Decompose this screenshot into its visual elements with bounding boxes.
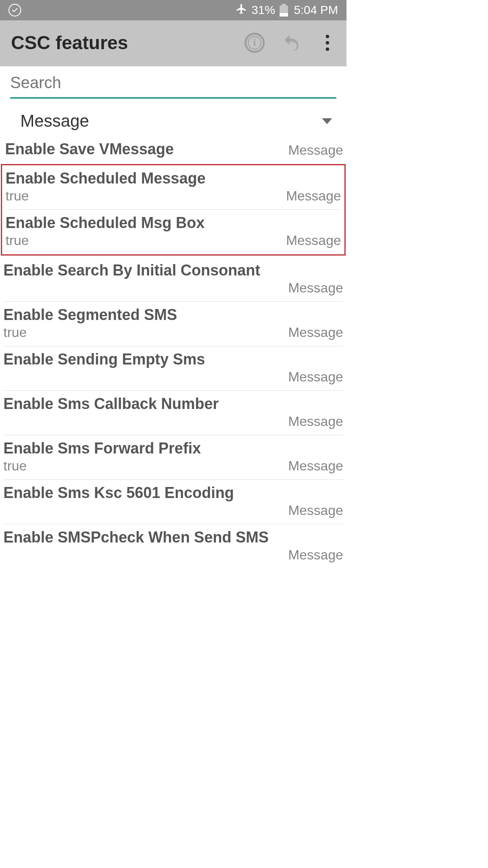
info-icon: i [244, 33, 265, 53]
feature-list[interactable]: Enable Save VMessage Message Enable Sche… [0, 142, 347, 569]
status-time: 5:04 PM [294, 3, 338, 17]
app-bar: CSC features i [0, 20, 347, 66]
item-title: Enable SMSPcheck When Send SMS [3, 529, 343, 546]
airplane-mode-icon [236, 3, 247, 18]
battery-percentage: 31% [252, 3, 275, 17]
status-right: 31% 5:04 PM [236, 3, 338, 18]
list-item[interactable]: Enable SMSPcheck When Send SMS Message [0, 524, 347, 569]
dot-icon [326, 41, 329, 45]
item-category: Message [288, 414, 343, 429]
item-category: Message [286, 188, 341, 204]
item-title: Enable Scheduled Msg Box [6, 214, 341, 232]
category-dropdown[interactable]: Message [0, 99, 347, 142]
item-title: Enable Sms Ksc 5601 Encoding [3, 484, 343, 502]
back-button[interactable] [280, 32, 302, 53]
later-items: Enable Search By Initial Consonant Messa… [0, 257, 347, 569]
search-wrap [0, 69, 347, 99]
info-button[interactable]: i [244, 32, 265, 53]
item-title: Enable Sending Empty Sms [3, 351, 343, 368]
item-title: Enable Sms Forward Prefix [3, 440, 343, 457]
list-item[interactable]: Enable Sms Ksc 5601 Encoding Message [0, 480, 347, 524]
dot-icon [326, 35, 329, 38]
page-title: CSC features [11, 32, 128, 53]
search-input[interactable] [10, 70, 336, 99]
more-button[interactable] [317, 32, 338, 53]
content: Message Enable Save VMessage Message Ena… [0, 66, 347, 569]
check-circle-icon [8, 4, 21, 17]
item-value: true [6, 188, 29, 204]
list-item[interactable]: Enable Search By Initial Consonant Messa… [0, 257, 347, 302]
list-item[interactable]: Enable Sms Callback Number Message [0, 391, 347, 435]
item-category: Message [288, 325, 343, 340]
status-left [8, 4, 21, 17]
app-actions: i [244, 32, 338, 53]
item-title: Enable Search By Initial Consonant [3, 262, 343, 279]
dropdown-label: Message [20, 111, 89, 131]
item-category: Message [288, 280, 343, 296]
back-arrow-icon [280, 33, 302, 53]
list-item[interactable]: Enable Scheduled Message true Message [2, 165, 344, 210]
highlighted-region: Enable Scheduled Message true Message En… [1, 164, 346, 256]
list-item[interactable]: Enable Segmented SMS true Message [0, 302, 347, 346]
status-bar: 31% 5:04 PM [0, 0, 347, 20]
item-category: Message [288, 142, 343, 158]
item-category: Message [286, 233, 341, 248]
item-category: Message [288, 503, 343, 518]
item-value: true [6, 233, 29, 248]
item-title: Enable Scheduled Message [6, 170, 341, 187]
chevron-down-icon [322, 118, 332, 124]
item-title: Enable Segmented SMS [3, 306, 343, 324]
item-title: Enable Sms Callback Number [3, 395, 343, 413]
item-value: true [3, 458, 27, 474]
item-value: true [3, 325, 27, 340]
dot-icon [326, 47, 329, 51]
item-category: Message [288, 458, 343, 474]
battery-icon [280, 4, 288, 17]
item-category: Message [288, 369, 343, 385]
list-item[interactable]: Enable Sms Forward Prefix true Message [0, 435, 347, 480]
list-item[interactable]: Enable Scheduled Msg Box true Message [2, 210, 344, 254]
item-title: Enable Save VMessage [5, 140, 174, 158]
item-category: Message [288, 547, 343, 563]
list-item[interactable]: Enable Sending Empty Sms Message [0, 346, 347, 391]
list-item[interactable]: Enable Save VMessage Message [0, 142, 347, 164]
